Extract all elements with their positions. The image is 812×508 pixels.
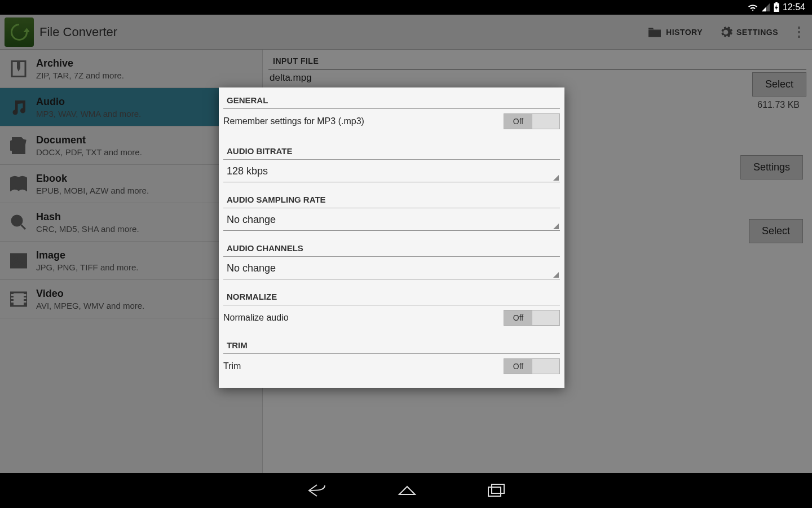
trim-label: Trim <box>223 361 504 371</box>
recents-button[interactable] <box>486 483 506 498</box>
wifi-icon <box>747 3 758 12</box>
section-general: GENERAL <box>219 87 564 108</box>
remember-label: Remember settings for MP3 (.mp3) <box>223 116 504 126</box>
row-normalize[interactable]: Normalize audio Off <box>219 305 564 330</box>
channels-value: No change <box>227 262 557 274</box>
row-remember-settings[interactable]: Remember settings for MP3 (.mp3) Off <box>219 109 564 134</box>
signal-icon <box>761 3 770 12</box>
battery-charging-icon <box>773 2 780 12</box>
status-time: 12:54 <box>783 2 805 12</box>
section-trim: TRIM <box>219 330 564 353</box>
normalize-toggle[interactable]: Off <box>504 310 560 326</box>
home-button[interactable] <box>396 482 418 499</box>
row-trim[interactable]: Trim Off <box>219 354 564 379</box>
bitrate-value: 128 kbps <box>227 165 557 177</box>
dropdown-icon <box>553 224 559 229</box>
sampling-value: No change <box>227 214 557 226</box>
section-sampling: AUDIO SAMPLING RATE <box>219 182 564 208</box>
audio-settings-dialog: GENERAL Remember settings for MP3 (.mp3)… <box>219 87 564 388</box>
channels-spinner[interactable]: No change <box>223 258 560 279</box>
svg-rect-13 <box>488 487 501 496</box>
navigation-bar <box>0 473 812 508</box>
dropdown-icon <box>553 272 559 278</box>
section-normalize: NORMALIZE <box>219 279 564 305</box>
svg-rect-14 <box>492 484 504 493</box>
bitrate-spinner[interactable]: 128 kbps <box>223 161 560 182</box>
section-channels: AUDIO CHANNELS <box>219 231 564 256</box>
section-bitrate: AUDIO BITRATE <box>219 134 564 159</box>
back-button[interactable] <box>306 482 328 499</box>
dropdown-icon <box>553 175 559 181</box>
trim-toggle[interactable]: Off <box>504 358 560 374</box>
status-bar: 12:54 <box>0 0 812 15</box>
normalize-label: Normalize audio <box>223 313 504 323</box>
remember-toggle[interactable]: Off <box>504 113 560 129</box>
sampling-spinner[interactable]: No change <box>223 209 560 231</box>
